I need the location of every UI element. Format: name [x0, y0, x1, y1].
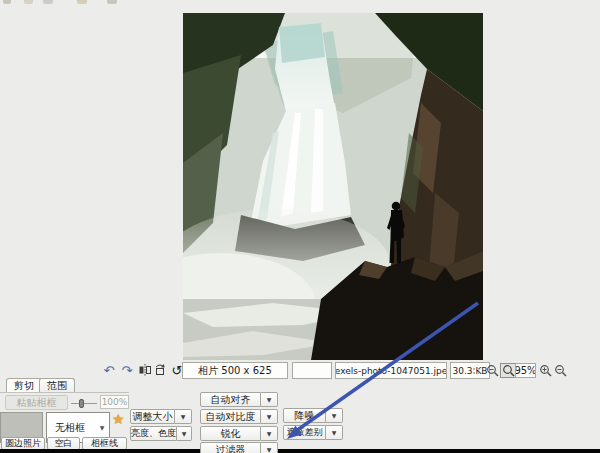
chevron-down-icon: ▼	[95, 424, 109, 431]
tab-range[interactable]: 范围	[39, 378, 75, 393]
rotate-icon[interactable]	[152, 362, 168, 378]
paste-frame-button[interactable]: 粘贴相框	[5, 395, 68, 410]
mask-diff-button[interactable]: 遮蔽差别	[283, 425, 326, 440]
auto-align-group: 自动对齐 ▼	[200, 392, 278, 407]
brightness-color-group: 亮度、色度 ▼	[130, 426, 192, 441]
app-window: ↶ ↷ ↺ 相片 500 x 625 pexels-photo-1047051.…	[0, 0, 600, 453]
frame-select-value: 无相框	[47, 421, 95, 435]
photo-canvas[interactable]	[183, 13, 483, 360]
resize-dropdown[interactable]: ▼	[175, 409, 192, 424]
slider-track	[71, 403, 97, 404]
resize-button[interactable]: 调整大小	[130, 409, 175, 424]
zoom-in-button[interactable]	[539, 363, 553, 378]
denoise-button[interactable]: 降噪	[283, 408, 326, 423]
undo-icon[interactable]: ↶	[101, 362, 117, 378]
brightness-color-dropdown[interactable]: ▼	[177, 426, 192, 441]
sharpen-dropdown[interactable]: ▼	[261, 426, 278, 441]
resize-group: 调整大小 ▼	[130, 409, 192, 424]
toolbar-fragment	[43, 0, 53, 4]
denoise-dropdown[interactable]: ▼	[326, 408, 343, 423]
filter-button[interactable]: 过滤器	[200, 442, 261, 453]
empty-status-field	[292, 362, 332, 379]
filename-label: pexels-photo-1047051.jpeg	[335, 366, 447, 376]
waterfall-photo	[183, 13, 483, 360]
mask-diff-dropdown[interactable]: ▼	[326, 425, 343, 440]
filesize-label: 30.3 KB	[453, 366, 488, 376]
toolbar-fragment	[77, 0, 87, 4]
filesize-field: 30.3 KB	[450, 362, 490, 379]
zoom-percent-label: 95%	[515, 365, 536, 376]
transparency-grid-icon[interactable]	[472, 367, 481, 376]
auto-contrast-button[interactable]: 自动对比度	[200, 409, 261, 424]
filter-group: 过滤器 ▼	[200, 442, 278, 453]
auto-contrast-dropdown[interactable]: ▼	[261, 409, 278, 424]
auto-contrast-group: 自动对比度 ▼	[200, 409, 278, 424]
flip-horizontal-icon[interactable]	[137, 362, 153, 378]
auto-align-button[interactable]: 自动对齐	[200, 392, 261, 407]
slider-thumb[interactable]	[79, 399, 84, 408]
redo-icon[interactable]: ↷	[119, 362, 135, 378]
frame-opacity-value: 100%	[100, 395, 129, 409]
sharpen-group: 锐化 ▼	[200, 426, 278, 441]
auto-align-dropdown[interactable]: ▼	[261, 392, 278, 407]
zoom-out-button[interactable]	[554, 363, 568, 378]
tab-divider	[0, 392, 129, 393]
zoom-fit-button[interactable]	[486, 363, 500, 378]
toolbar-fragment	[24, 0, 33, 4]
sharpen-button[interactable]: 锐化	[200, 426, 261, 441]
toolbar-fragment	[107, 0, 117, 4]
photo-size-field: 相片 500 x 625	[182, 362, 288, 379]
tab-crop[interactable]: 剪切	[6, 378, 42, 393]
frame-opacity-slider[interactable]	[71, 399, 97, 408]
filter-dropdown[interactable]: ▼	[261, 442, 278, 453]
favorite-star-icon[interactable]: ★	[112, 412, 125, 426]
toolbar-fragment	[3, 0, 11, 4]
denoise-group: 降噪 ▼	[283, 408, 343, 423]
bottom-edge-bar	[0, 449, 600, 453]
zoom-percent-field: 95%	[515, 363, 536, 378]
brightness-color-button[interactable]: 亮度、色度	[130, 426, 177, 441]
photo-size-label: 相片 500 x 625	[198, 364, 272, 378]
filename-field: pexels-photo-1047051.jpeg	[335, 362, 447, 379]
mask-diff-group: 遮蔽差别 ▼	[283, 425, 343, 440]
